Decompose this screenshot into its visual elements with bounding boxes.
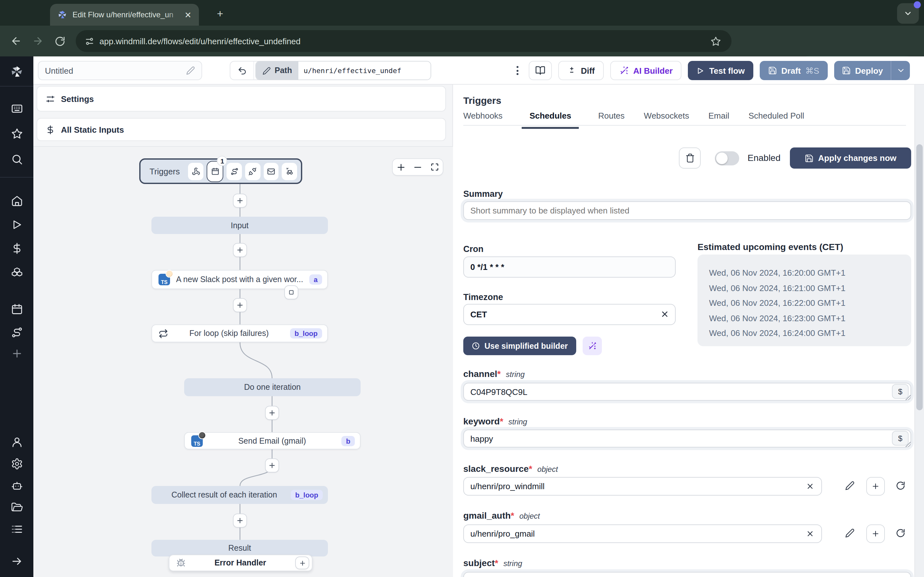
add-error-handler-icon[interactable] (295, 556, 309, 569)
reload-icon[interactable] (49, 30, 71, 52)
all-static-inputs-button[interactable]: All Static Inputs (37, 118, 446, 141)
insert-step-button[interactable] (233, 514, 247, 528)
keyword-input[interactable] (463, 430, 911, 448)
ai-builder-button[interactable]: AI Builder (610, 61, 682, 80)
tab-close-icon[interactable]: ✕ (182, 9, 194, 21)
tab-search-button[interactable] (897, 3, 919, 24)
simplified-builder-button[interactable]: Use simplified builder (463, 337, 576, 355)
delete-schedule-button[interactable] (679, 147, 701, 169)
tab-websockets[interactable]: Websockets (644, 111, 689, 125)
clear-timezone-icon[interactable] (660, 309, 669, 319)
bookmark-star-icon[interactable] (710, 35, 721, 47)
summary-input[interactable] (463, 201, 911, 220)
sidebar-item-routes[interactable] (0, 322, 33, 342)
sidebar-item-logs[interactable] (0, 519, 33, 538)
flow-name-input[interactable]: Untitled (38, 61, 202, 80)
sidebar-item-runs[interactable] (0, 215, 33, 234)
docs-button[interactable] (529, 61, 552, 80)
add-resource-button[interactable] (866, 477, 885, 496)
do-one-iteration-node[interactable]: Do one iteration (184, 378, 360, 396)
ai-cron-button[interactable] (583, 337, 602, 355)
fit-view-icon[interactable] (431, 163, 439, 171)
scrollbar-thumb[interactable] (916, 144, 923, 410)
timezone-input[interactable] (463, 304, 676, 325)
url-bar[interactable]: app.windmill.dev/flows/edit/u/henri/effe… (76, 30, 732, 52)
refresh-resource-icon[interactable] (896, 528, 905, 538)
schedule-trigger-icon[interactable]: 1 (207, 161, 224, 182)
sidebar-item-apps[interactable] (0, 99, 33, 118)
clear-resource-icon[interactable] (806, 482, 814, 490)
zoom-out-icon[interactable] (414, 163, 423, 171)
flow-settings-button[interactable]: Settings (37, 86, 446, 111)
slack-step-node[interactable]: TS A new Slack post with a given wor... … (152, 270, 328, 289)
sidebar-item-variables[interactable] (0, 239, 33, 258)
webhook-trigger-icon[interactable] (188, 163, 203, 180)
sidebar-item-add[interactable] (0, 343, 33, 363)
insert-step-button[interactable] (265, 406, 279, 420)
sidebar-item-users[interactable] (0, 432, 33, 451)
send-email-node[interactable]: TS Send Email (gmail) b (184, 432, 360, 450)
insert-step-button[interactable] (233, 298, 247, 312)
sidebar-item-folders[interactable] (0, 498, 33, 517)
tab-webhooks[interactable]: Webhooks (463, 111, 502, 125)
flow-graph[interactable]: Triggers 1 (33, 147, 453, 577)
insert-step-button[interactable] (233, 193, 247, 208)
result-node[interactable]: Result (152, 540, 328, 556)
forward-icon[interactable] (27, 30, 49, 52)
insert-step-button[interactable] (265, 458, 279, 472)
path-button[interactable]: Path (256, 61, 298, 79)
edit-resource-icon[interactable] (845, 481, 855, 490)
site-settings-icon[interactable] (85, 36, 94, 46)
input-node[interactable]: Input (152, 217, 328, 234)
sidebar-expand-icon[interactable] (0, 551, 33, 571)
for-loop-node[interactable]: For loop (skip failures) b_loop (152, 324, 328, 342)
tab-schedules[interactable]: Schedules (522, 111, 579, 125)
node-action-button[interactable] (284, 285, 298, 300)
diff-button[interactable]: Diff (558, 61, 604, 80)
back-icon[interactable] (5, 30, 27, 52)
deploy-menu-button[interactable] (891, 61, 910, 80)
deploy-button[interactable]: Deploy (834, 61, 891, 80)
refresh-resource-icon[interactable] (896, 481, 905, 490)
websocket-trigger-icon[interactable] (245, 163, 260, 180)
collect-result-node[interactable]: Collect result of each iteration b_loop (152, 486, 328, 504)
apply-changes-button[interactable]: Apply changes now (790, 147, 911, 169)
email-trigger-icon[interactable] (264, 163, 279, 180)
test-flow-button[interactable]: Test flow (688, 61, 753, 80)
gmail-auth-input[interactable] (463, 524, 822, 543)
clear-resource-icon[interactable] (806, 530, 814, 538)
browser-tab[interactable]: Edit Flow u/henri/effective_un ✕ (50, 4, 199, 26)
tab-email[interactable]: Email (708, 111, 729, 125)
cron-input[interactable] (463, 256, 676, 277)
vertical-scrollbar[interactable] (914, 85, 924, 577)
resize-handle[interactable] (905, 394, 911, 400)
undo-button[interactable] (230, 61, 254, 79)
sidebar-item-workers[interactable] (0, 476, 33, 495)
insert-step-button[interactable] (233, 243, 247, 257)
slack-resource-input[interactable] (463, 477, 822, 496)
subject-input[interactable] (463, 572, 911, 577)
windmill-logo[interactable] (0, 63, 33, 81)
new-tab-button[interactable]: + (212, 6, 228, 23)
sidebar-item-favorites[interactable] (0, 124, 33, 143)
zoom-in-icon[interactable] (397, 163, 405, 171)
channel-input[interactable] (463, 383, 911, 401)
tab-scheduled-poll[interactable]: Scheduled Poll (748, 111, 804, 125)
sidebar-item-schedules[interactable] (0, 300, 33, 319)
path-input[interactable] (298, 61, 431, 79)
sidebar-item-settings[interactable] (0, 454, 33, 473)
more-options-icon[interactable] (514, 63, 521, 77)
resize-handle[interactable] (905, 441, 911, 447)
scheduled-poll-trigger-icon[interactable] (282, 163, 297, 180)
sidebar-item-search[interactable] (0, 149, 33, 169)
error-handler-node[interactable]: Error Handler (169, 554, 312, 571)
sidebar-item-resources[interactable] (0, 261, 33, 281)
route-trigger-icon[interactable] (227, 163, 242, 180)
add-resource-button[interactable] (866, 524, 885, 543)
triggers-node[interactable]: Triggers 1 (139, 158, 302, 184)
draft-button[interactable]: Draft ⌘S (759, 61, 827, 80)
enabled-toggle[interactable] (715, 151, 739, 165)
sidebar-item-home[interactable] (0, 191, 33, 210)
tab-routes[interactable]: Routes (598, 111, 624, 125)
edit-resource-icon[interactable] (845, 528, 855, 538)
